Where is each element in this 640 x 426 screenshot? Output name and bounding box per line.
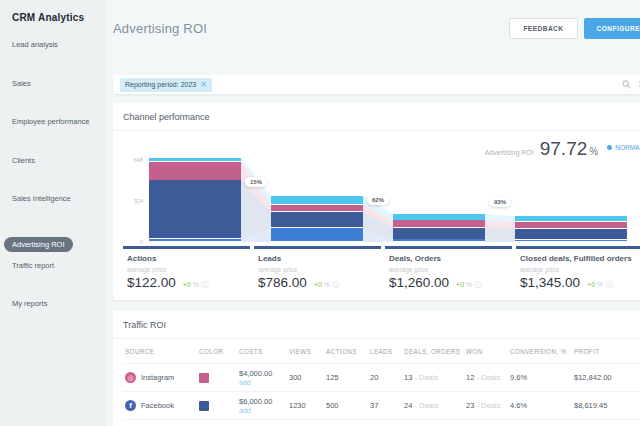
sidebar-item-advertising-roi[interactable]: Advertising ROI [4, 237, 73, 252]
stage-delta-unit: % [597, 281, 603, 288]
sidebar-item-traffic-report[interactable]: Traffic report [12, 261, 105, 270]
instagram-icon: ◎ [125, 372, 136, 383]
sidebar-item-my-reports[interactable]: My reports [12, 299, 105, 308]
profit-value: $12,842.00 [572, 364, 640, 392]
bar-segment-pink[interactable] [149, 162, 241, 179]
conversion-value: 52% [508, 420, 572, 426]
deals-link[interactable]: - Deals [414, 401, 438, 410]
stage-delta: +0 [456, 281, 464, 288]
column-header-actions: ACTIONS [324, 339, 368, 364]
bar-segment-pink[interactable] [271, 205, 363, 212]
info-icon[interactable]: ⓘ [202, 280, 209, 290]
views-value: 1230 [287, 392, 324, 420]
add-costs-link[interactable]: add [239, 379, 285, 386]
stage-price: $1,345.00 [520, 275, 580, 290]
header-actions: FEEDBACK CONFIGURE [509, 18, 640, 39]
search-icon[interactable] [622, 80, 631, 89]
channel-performance-title: Channel performance [113, 103, 640, 131]
costs-value: $4,000.00 [239, 369, 272, 378]
bar-segment-sky-blue[interactable] [515, 216, 627, 221]
stage-subtitle: average price [258, 266, 379, 273]
stage-card: Closed deals, Fulfilled ordersaverage pr… [516, 246, 640, 290]
bar-segment-sky-blue[interactable] [393, 214, 485, 220]
stage-delta: +0 [314, 281, 322, 288]
source-label: Facebook [141, 401, 174, 410]
add-costs-link[interactable]: add [239, 407, 285, 414]
stage-price: $786.00 [258, 275, 307, 290]
bar-segment-sky-blue[interactable] [149, 158, 241, 162]
stage-delta-unit: % [193, 281, 199, 288]
page-header: Advertising ROI FEEDBACK CONFIGURE [113, 0, 640, 56]
column-header-profit: PROFIT [572, 339, 640, 364]
costs-value: $6,000.00 [239, 397, 272, 406]
bar-segment-pink[interactable] [515, 222, 627, 229]
stage-name: Closed deals, Fulfilled orders [520, 254, 640, 263]
roi-status-badge: NORMAL [607, 144, 640, 151]
sidebar-item-sales-intelligence[interactable]: Sales Intelligence [12, 194, 105, 203]
configure-button[interactable]: CONFIGURE [584, 18, 640, 39]
remove-filter-icon[interactable]: ✕ [200, 81, 207, 89]
stage-subtitle: average price [389, 266, 510, 273]
filter-tag[interactable]: Reporting period: 2023 ✕ [120, 78, 212, 92]
info-icon[interactable]: ⓘ [475, 280, 482, 290]
won-link[interactable]: - Deals [476, 401, 500, 410]
conversion-bubble: 15% [245, 177, 267, 187]
sidebar-item-lead-analysis[interactable]: Lead analysis [12, 40, 105, 49]
bar-segment-navy[interactable] [149, 180, 241, 238]
bar-segment-navy[interactable] [515, 229, 627, 239]
won-value: 12 [466, 373, 474, 382]
actions-value: 60 [324, 420, 368, 426]
feedback-button[interactable]: FEEDBACK [509, 18, 577, 39]
bar-segment-royal-blue[interactable] [149, 239, 241, 241]
table-row[interactable]: fFacebook$6,000.00add12305003724 - Deals… [123, 392, 640, 420]
actions-value: 125 [324, 364, 368, 392]
won-link[interactable]: - Deals [476, 373, 500, 382]
sidebar-item-clients[interactable]: Clients [12, 156, 105, 165]
y-axis-tick: 0 [123, 239, 143, 245]
stage-card: Leadsaverage price$786.00+0%ⓘ [254, 246, 381, 290]
filter-tag-label: Reporting period: 2023 [125, 81, 196, 88]
table-row[interactable]: ▲Google Ads$9,400.00add115602514 - Deals… [123, 420, 640, 426]
bar-segment-sky-blue[interactable] [271, 196, 363, 204]
deals-link[interactable]: - Deals [414, 373, 438, 382]
stage-name: Leads [258, 254, 379, 263]
info-icon[interactable]: ⓘ [606, 280, 613, 290]
bar-segment-royal-blue[interactable] [515, 240, 627, 241]
channel-performance-card: Channel performance Advertising ROI 97.7… [113, 103, 640, 300]
stage-card: Deals, Ordersaverage price$1,260.00+0%ⓘ [385, 246, 512, 290]
stage-delta: +0 [183, 281, 191, 288]
deals-value: 24 [404, 401, 412, 410]
conversion-value: 4.6% [508, 392, 572, 420]
bar-segment-navy[interactable] [271, 212, 363, 227]
y-axis-tick: 648 [123, 157, 143, 163]
bar-segment-pink[interactable] [393, 220, 485, 227]
profit-value: $8,619.45 [572, 392, 640, 420]
bar-segment-navy[interactable] [393, 228, 485, 239]
connector-band [485, 220, 515, 229]
views-value: 300 [287, 364, 324, 392]
column-header-conversion-: CONVERSION, % [508, 339, 572, 364]
app-root: CRM Analytics Lead analysisSalesEmployee… [0, 0, 640, 426]
app-title: CRM Analytics [12, 12, 105, 23]
info-icon[interactable]: ⓘ [333, 280, 340, 290]
roi-unit: % [589, 146, 598, 157]
color-swatch [199, 373, 209, 383]
stage-price: $122.00 [127, 275, 176, 290]
bar-segment-royal-blue[interactable] [393, 239, 485, 241]
stage-subtitle: average price [127, 266, 248, 273]
deals-value: 13 [404, 373, 412, 382]
connector-band [485, 214, 515, 222]
sidebar-item-sales[interactable]: Sales [12, 79, 105, 88]
sidebar-item-employee-performance[interactable]: Employee performance [12, 117, 105, 126]
conversion-bubble: 93% [489, 197, 511, 207]
traffic-roi-card: Traffic ROI SOURCECOLORCOSTSVIEWSACTIONS… [113, 311, 640, 426]
connector-band [485, 228, 515, 240]
column-header-views: VIEWS [287, 339, 324, 364]
connector-band [485, 239, 515, 242]
facebook-icon: f [125, 400, 136, 411]
page-title: Advertising ROI [113, 21, 207, 36]
filter-bar[interactable]: Reporting period: 2023 ✕ ✕ [113, 75, 640, 94]
table-row[interactable]: ◎Instagram$4,000.00add3001252013 - Deals… [123, 364, 640, 392]
stage-name: Deals, Orders [389, 254, 510, 263]
bar-segment-royal-blue[interactable] [271, 228, 363, 241]
